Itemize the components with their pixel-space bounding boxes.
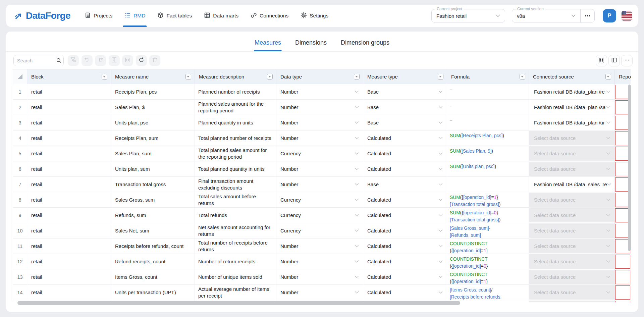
current-version-select[interactable]: v8a xyxy=(512,9,580,22)
cell-block[interactable]: retail xyxy=(27,100,111,115)
cell-formula[interactable]: – xyxy=(447,115,529,130)
cell-block[interactable]: retail xyxy=(27,223,111,239)
source-select-placeholder[interactable]: Select data source xyxy=(529,254,614,269)
filter-remove-button[interactable] xyxy=(68,55,79,66)
cell-formula[interactable]: COUNTDISTINCT({[operation_id]=1} xyxy=(447,239,529,254)
more-button[interactable] xyxy=(621,55,633,66)
cell-block[interactable]: retail xyxy=(27,239,111,254)
cell-block[interactable]: retail xyxy=(27,177,111,192)
source-select-placeholder[interactable] xyxy=(529,301,614,302)
cell-measure-description[interactable]: Planned sales amount for the reporting p… xyxy=(195,100,276,115)
cell-data-type[interactable]: Currency xyxy=(276,192,363,208)
cell-formula[interactable]: – xyxy=(447,100,529,115)
cell-report[interactable] xyxy=(615,285,631,300)
cell-block[interactable]: retail xyxy=(27,208,111,223)
cell-measure-type[interactable]: Calculated xyxy=(363,208,447,223)
horizontal-scrollbar[interactable] xyxy=(17,301,460,305)
column-header-connected-source[interactable]: Connected source xyxy=(529,69,615,84)
search-input[interactable] xyxy=(14,55,54,66)
connected-source-value[interactable]: Fashion retail DB /data_sales_re xyxy=(529,181,614,187)
cell-measure-type[interactable]: Base xyxy=(363,84,447,100)
cell-measure-description[interactable]: Total sales amount before returns xyxy=(195,192,276,208)
cell-data-type[interactable]: Number xyxy=(276,269,363,285)
nav-item-rmd[interactable]: RMD xyxy=(124,5,145,27)
connected-source-value[interactable]: Fashion retail DB /data_plan /re xyxy=(529,89,614,95)
cell-measure-type[interactable]: Base xyxy=(363,115,447,130)
source-select-placeholder[interactable]: Select data source xyxy=(529,146,614,161)
cell-measure-name[interactable]: Units plan, sum xyxy=(111,161,195,177)
cell-measure-description[interactable]: Planned number of receipts xyxy=(195,84,276,100)
cell-measure-description[interactable]: Final transaction amount excluding disco… xyxy=(195,177,276,192)
cell-block[interactable]: retail xyxy=(27,84,111,100)
column-filter-icon[interactable] xyxy=(354,74,360,80)
cell-block[interactable]: retail xyxy=(27,192,111,208)
column-filter-icon[interactable] xyxy=(267,74,273,80)
cell-data-type[interactable]: Number xyxy=(276,285,363,300)
row-height-button[interactable] xyxy=(109,55,120,66)
delete-button[interactable] xyxy=(149,55,160,66)
cell-report[interactable] xyxy=(615,300,631,302)
version-more-button[interactable] xyxy=(580,9,594,22)
cell-measure-description[interactable]: Number of return receipts xyxy=(195,254,276,269)
cell-measure-name[interactable]: Sales Net, sum xyxy=(111,223,195,239)
cell-measure-description[interactable]: Total planned number of receipts xyxy=(195,130,276,146)
source-select-placeholder[interactable]: Select data source xyxy=(529,208,614,222)
source-select-placeholder[interactable]: Select data source xyxy=(529,131,614,145)
cell-data-type[interactable]: Number xyxy=(276,239,363,254)
cell-data-type[interactable]: Number xyxy=(276,130,363,146)
cell-data-type[interactable]: Number xyxy=(276,177,363,192)
nav-item-fact-tables[interactable]: Fact tables xyxy=(157,5,192,27)
nav-item-data-marts[interactable]: Data marts xyxy=(204,5,238,27)
cell-formula[interactable]: SUM([Receipts Plan, pcs]) xyxy=(447,130,529,146)
cell-measure-description[interactable]: Total refunds xyxy=(195,208,276,223)
cell-measure-type[interactable]: Calculated xyxy=(363,254,447,269)
cell-formula[interactable]: SUM({[operation_id]=0}[Transaction total… xyxy=(447,208,529,223)
cell-measure-type[interactable]: Calculated xyxy=(363,285,447,300)
column-filter-icon[interactable] xyxy=(102,74,108,80)
column-header-measure-type[interactable]: Measure type xyxy=(363,69,447,84)
nav-item-connections[interactable]: Connections xyxy=(251,5,288,27)
cell-measure-type[interactable]: Calculated xyxy=(363,146,447,161)
vertical-scrollbar[interactable] xyxy=(628,85,631,251)
cell-measure-type[interactable]: Calculated xyxy=(363,223,447,239)
cell-formula[interactable]: – xyxy=(447,84,529,100)
cell-measure-type[interactable]: Calculated xyxy=(363,161,447,177)
cell-block[interactable]: retail xyxy=(27,285,111,300)
cell-block[interactable]: retail xyxy=(27,269,111,285)
language-flag-us-icon[interactable] xyxy=(622,11,632,21)
tab-dimension-groups[interactable]: Dimension groups xyxy=(340,39,390,51)
cell-measure-type[interactable]: Calculated xyxy=(363,239,447,254)
cell-formula[interactable]: COUNTDISTINCT({[operation_id]=1} xyxy=(447,269,529,285)
user-avatar[interactable]: P xyxy=(603,9,616,22)
cell-data-type[interactable]: Currency xyxy=(276,208,363,223)
tab-dimensions[interactable]: Dimensions xyxy=(294,39,327,51)
cell-block[interactable]: retail xyxy=(27,146,111,161)
cell-formula[interactable]: COUNTDISTINCT({[operation_id]=0} xyxy=(447,254,529,269)
cell-formula[interactable] xyxy=(447,177,529,192)
source-select-placeholder[interactable]: Select data source xyxy=(529,285,614,300)
cell-data-type[interactable]: Number xyxy=(276,115,363,130)
undo-button[interactable] xyxy=(82,55,93,66)
cell-formula[interactable]: SUM({[operation_id]=1}[Transaction total… xyxy=(447,192,529,208)
cell-measure-description[interactable]: Total planned sales amount for the repor… xyxy=(195,146,276,161)
refresh-button[interactable] xyxy=(136,55,147,66)
cell-measure-description[interactable]: Number of unique items sold xyxy=(195,269,276,285)
source-select-placeholder[interactable]: Select data source xyxy=(529,162,614,176)
cell-measure-description[interactable]: Total number of receipts before returns xyxy=(195,239,276,254)
cell-measure-name[interactable]: Receipts Plan, sum xyxy=(111,130,195,146)
cell-formula[interactable]: SUM([Units plan, psc]) xyxy=(447,161,529,177)
cell-measure-name[interactable]: Transaction total gross xyxy=(111,177,195,192)
side-panel-button[interactable] xyxy=(608,55,620,66)
cell-data-type[interactable]: Number xyxy=(276,100,363,115)
column-header-report[interactable]: Report xyxy=(615,69,631,84)
cell-measure-name[interactable]: Units plan, psc xyxy=(111,115,195,130)
cell-measure-description[interactable]: Planned quantity in units xyxy=(195,115,276,130)
cell-report[interactable] xyxy=(615,254,631,269)
column-filter-icon[interactable] xyxy=(605,74,611,80)
source-select-placeholder[interactable]: Select data source xyxy=(529,239,614,253)
connected-source-value[interactable]: Fashion retail DB /data_plan /sa xyxy=(529,104,614,110)
cell-formula[interactable]: [Sales Gross, sum]-[Refunds, sum] xyxy=(447,223,529,239)
cell-formula[interactable]: [Items Gross, count]/[Receipts before re… xyxy=(447,285,529,300)
cell-measure-name[interactable]: Items Gross, count xyxy=(111,269,195,285)
cell-measure-type[interactable]: Calculated xyxy=(363,269,447,285)
